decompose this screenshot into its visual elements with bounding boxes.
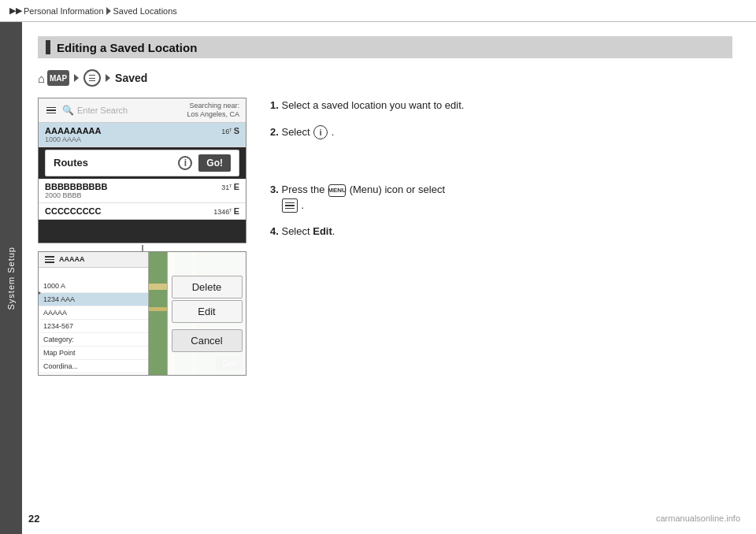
instruction-4: 4. Select Edit. [270, 224, 732, 239]
hamburger-icon [45, 106, 57, 116]
info-icon[interactable]: i [178, 156, 192, 170]
bottom-screen-content: AAAAA 1000 A 1234 AAA AAAAA 1234-567 Cat… [39, 252, 246, 375]
list-item-1[interactable]: AAAAAAAAA 16ᵀ S 1000 AAAA [39, 123, 246, 147]
watermark: carmanualsonline.info [656, 514, 740, 523]
cancel-button[interactable]: Cancel [172, 329, 243, 352]
nav-map-icon: MAP [47, 70, 69, 86]
go-button[interactable]: Go! [198, 154, 231, 172]
main-content: Editing a Saved Location ⌂ MAP ☰ Saved [22, 22, 756, 534]
instruction-1: 1. Select a saved location you want to e… [270, 98, 732, 113]
search-icon: 🔍 [62, 105, 74, 116]
breadcrumb: ▶▶ Personal Information Saved Locations [0, 0, 756, 22]
list-item-2[interactable]: BBBBBBBBBB 31ᵀ E 2000 BBBB [39, 179, 246, 203]
popup-menu: Delete Edit Cancel [167, 252, 246, 375]
info-circle-icon: i [313, 125, 328, 139]
bottom-hamburger-icon [43, 254, 56, 265]
routes-card[interactable]: Routes i Go! [45, 150, 239, 176]
page-number: 22 [28, 513, 39, 525]
breadcrumb-part2: Saved Locations [113, 6, 177, 16]
search-placeholder: Enter Search [77, 106, 187, 115]
bottom-down-arrow-icon [38, 288, 41, 298]
bottom-list-item-4: Category: [39, 333, 148, 347]
bottom-list-item-2: AAAAA [39, 306, 148, 320]
menu-key-icon: MENU [328, 184, 346, 197]
inline-menu-lines-icon [282, 198, 298, 213]
bottom-map-col: ♥ Delete Edit Cancel Go! [149, 252, 246, 375]
bottom-list-col: AAAAA 1000 A 1234 AAA AAAAA 1234-567 Cat… [39, 252, 149, 375]
sidebar-label: System Setup [6, 247, 16, 310]
section-bar [46, 40, 50, 54]
screen-top: 🔍 Enter Search Searching near: Los Angel… [38, 98, 246, 243]
delete-button[interactable]: Delete [172, 276, 243, 299]
breadcrumb-arrow1 [106, 7, 111, 15]
bottom-header-text: AAAAA [59, 255, 85, 263]
breadcrumb-part1: Personal Information [24, 6, 104, 16]
nav-circle-icon: ☰ [83, 69, 101, 87]
list-item-3[interactable]: CCCCCCCCC 1346ᵀ E [39, 203, 246, 220]
edit-button[interactable]: Edit [172, 300, 243, 323]
bottom-list-item-7 [39, 373, 148, 376]
bottom-list-item-6: Coordina... [39, 360, 148, 373]
screens-connector [142, 245, 143, 251]
section-title: Editing a Saved Location [57, 41, 197, 54]
nav-arrow1 [74, 74, 79, 82]
bottom-list-item-3: 1234-567 [39, 320, 148, 333]
breadcrumb-prefix: ▶▶ [9, 6, 22, 16]
nav-saved-label: Saved [115, 72, 147, 84]
nav-arrow2 [106, 74, 110, 82]
bottom-list-item-1: 1234 AAA [39, 293, 148, 306]
down-arrow-icon [38, 165, 39, 176]
searching-label: Searching near: Los Angeles, CA [187, 102, 239, 119]
instruction-3: 3. Press the MENU (Menu) icon or select … [270, 182, 732, 213]
bottom-list-item-0: 1000 A [39, 280, 148, 293]
content-body: 🔍 Enter Search Searching near: Los Angel… [38, 98, 732, 377]
section-header: Editing a Saved Location [38, 36, 732, 58]
screenshots-col: 🔍 Enter Search Searching near: Los Angel… [38, 98, 246, 377]
screen-bottom: AAAAA 1000 A 1234 AAA AAAAA 1234-567 Cat… [38, 251, 246, 376]
instructions-col: 1. Select a saved location you want to e… [262, 98, 732, 377]
bottom-list-header: AAAAA [39, 252, 148, 268]
sidebar: System Setup [0, 22, 22, 534]
nav-home-icon: ⌂ [38, 72, 45, 85]
screen-search-bar[interactable]: 🔍 Enter Search Searching near: Los Angel… [39, 98, 246, 123]
instruction-2: 2. Select i . [270, 124, 732, 140]
spacer [270, 150, 732, 182]
nav-row: ⌂ MAP ☰ Saved [38, 69, 732, 87]
bottom-list-item-5: Map Point [39, 347, 148, 360]
